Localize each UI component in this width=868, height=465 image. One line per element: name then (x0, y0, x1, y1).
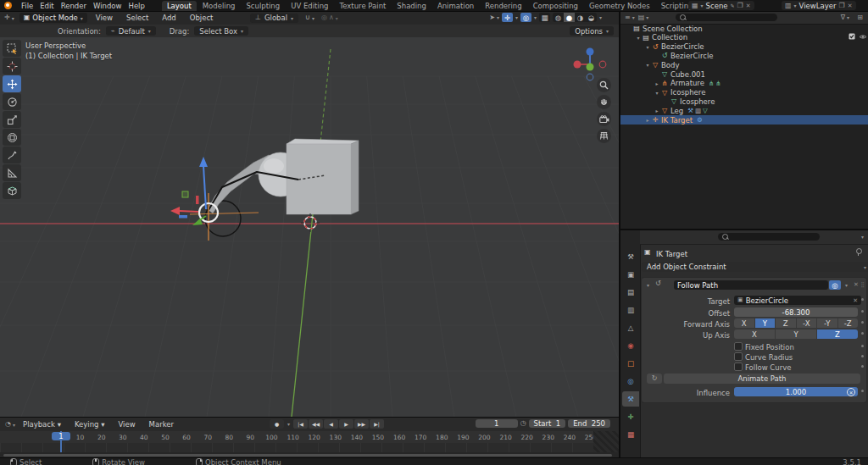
up-axis-y[interactable]: Y (776, 329, 816, 339)
end-frame-field[interactable]: End 250 (568, 419, 610, 428)
workspace-tab-texture-paint[interactable]: Texture Paint (335, 1, 392, 11)
pin-icon[interactable] (855, 248, 861, 256)
jump-end-button[interactable]: ▶| (370, 419, 384, 429)
properties-tab-world[interactable]: ◉ (622, 338, 639, 353)
clear-target-icon[interactable]: ✕ (853, 297, 858, 304)
menu-file[interactable]: File (18, 2, 36, 10)
gizmo-x-arrow[interactable] (180, 211, 198, 212)
timeline-menu-playback[interactable]: Playback ▾ (19, 420, 64, 429)
constraint-extras-dropdown[interactable]: ▾ (845, 282, 848, 288)
jump-start-button[interactable]: |◀ (293, 419, 308, 429)
gizmo-dropdown[interactable]: ▾ (515, 14, 518, 20)
outliner-row-icosphere[interactable]: ▽Icosphere (620, 97, 868, 106)
eye-icon[interactable] (859, 33, 867, 42)
workspace-tab-modeling[interactable]: Modeling (198, 1, 241, 11)
outliner-search-input[interactable] (676, 14, 777, 21)
properties-tab-tool[interactable]: ⚒ (622, 249, 639, 264)
zoom-button[interactable] (597, 78, 611, 92)
workspace-tab-compositing[interactable]: Compositing (528, 1, 583, 11)
up-axis-z[interactable]: Z (817, 329, 858, 339)
outliner-row-scene-collection[interactable]: ▤Scene Collection (620, 24, 868, 33)
timeline-scrollbar[interactable] (3, 454, 612, 457)
influence-slider[interactable]: 1.000 ✕ (734, 387, 858, 396)
transform-tool[interactable] (3, 129, 21, 146)
drag-field[interactable]: Select Box ▾ (194, 26, 248, 36)
prev-keyframe-button[interactable]: ◀◀ (309, 419, 323, 429)
forward-axis--x[interactable]: -X (797, 318, 817, 328)
forward-axis-y[interactable]: Y (755, 318, 776, 328)
measure-tool[interactable] (3, 164, 21, 181)
options-dropdown[interactable]: Options ▾ (570, 26, 614, 36)
axis-x-dot[interactable] (574, 61, 581, 69)
cursor-tool[interactable] (3, 58, 21, 75)
follow-curve-checkbox[interactable] (734, 363, 743, 371)
workspace-tab-animation[interactable]: Animation (432, 1, 479, 11)
properties-tab-render[interactable]: ▣ (622, 267, 639, 282)
constraint-name-field[interactable]: Follow Path (674, 280, 828, 290)
add-constraint-button[interactable]: Add Object Constraint ▾ (642, 262, 868, 272)
close-icon[interactable]: ✕ (746, 3, 751, 9)
shading-dropdown[interactable]: ▾ (599, 14, 602, 20)
properties-tab-texture[interactable]: ▦ (622, 427, 639, 442)
collapse-arrow-icon[interactable]: ▾ (647, 282, 649, 288)
xray-toggle[interactable]: ▦ (539, 13, 550, 22)
close-icon[interactable]: ✕ (848, 3, 853, 9)
properties-tab-object-data[interactable]: ✛ (622, 409, 639, 424)
new-viewlayer-icon[interactable]: ❐ (838, 3, 844, 9)
properties-tab-scene[interactable]: △ (622, 320, 639, 335)
delete-constraint-icon[interactable]: ✕ (854, 281, 859, 288)
outliner-row-ik-target[interactable]: ▸✛IK Target⚙ (620, 115, 868, 125)
pin-icon[interactable]: ✎ (731, 3, 735, 8)
shading-solid-icon[interactable]: ● (564, 13, 575, 22)
start-frame-field[interactable]: Start 1 (529, 419, 566, 428)
outliner-row-beziercircle[interactable]: ↺BezierCircle (620, 51, 868, 60)
timeline-channels[interactable] (0, 443, 619, 452)
timeline-ruler[interactable]: 1020304050607080901001101201301401501601… (0, 431, 619, 443)
workspace-tab-sculpting[interactable]: Sculpting (241, 1, 285, 11)
cube-side-face[interactable] (351, 141, 359, 214)
expand-arrow[interactable]: ▾ (654, 90, 660, 96)
timeline-menu-marker[interactable]: Marker (146, 420, 177, 429)
properties-tab-constraints[interactable]: ⚒ (622, 391, 639, 407)
fixed-position-checkbox[interactable] (734, 342, 743, 351)
move-tool[interactable] (3, 75, 21, 92)
clear-animation-icon[interactable]: ✕ (847, 388, 855, 396)
decorator-dot[interactable] (861, 310, 864, 313)
decorator-dot[interactable] (861, 332, 864, 335)
outliner-row-cube-001[interactable]: ▽Cube.001 (620, 69, 868, 79)
decorator-dot[interactable] (861, 298, 864, 301)
menu-window[interactable]: Window (90, 2, 125, 10)
shading-material-icon[interactable]: ◑ (575, 13, 586, 22)
proportional-edit-dropdown[interactable]: ◎ ∧▾ (321, 14, 338, 21)
outliner-row-armature[interactable]: ▸⋔Armature⋔⋔ (620, 79, 868, 88)
curve-radius-checkbox[interactable] (734, 352, 743, 361)
expand-arrow[interactable]: ▸ (644, 117, 651, 123)
gizmo-plane-xz[interactable] (196, 196, 199, 204)
outliner-row-icosphere[interactable]: ▾▽Icosphere (620, 88, 868, 97)
checkbox-icon[interactable] (849, 33, 855, 42)
up-axis-x[interactable]: X (734, 329, 775, 339)
menu-edit[interactable]: Edit (36, 2, 57, 10)
animate-path-icon-button[interactable]: ↻ (647, 374, 662, 384)
show-gizmo-toggle[interactable]: ✛ (502, 13, 513, 22)
shading-rendered-icon[interactable]: ◒ (586, 13, 597, 22)
outliner-row-collection[interactable]: ▾▤Collection (620, 33, 868, 42)
stopwatch-icon[interactable]: ◷ (520, 420, 526, 427)
select-box-tool[interactable] (3, 40, 21, 57)
outliner-filter-dropdown[interactable]: ∇▾ (841, 14, 849, 21)
snap-dropdown[interactable]: ∪▾ (305, 14, 314, 21)
viewport-menu-object[interactable]: Object (186, 14, 217, 22)
gizmo-plane-yz[interactable] (179, 215, 187, 219)
drag-handle-icon[interactable]: ⣿ (861, 281, 865, 287)
workspace-tab-uv-editing[interactable]: UV Editing (286, 1, 333, 11)
timeline-menu-view[interactable]: View (114, 420, 138, 429)
properties-tab-output[interactable]: ▤ (622, 285, 639, 300)
gizmo-plane-xy[interactable] (182, 191, 188, 197)
properties-tab-physics[interactable]: ◎ (622, 374, 639, 389)
toggle-ortho-button[interactable] (597, 129, 611, 143)
properties-options-dropdown[interactable]: ▾ (861, 234, 864, 240)
forward-axis--y[interactable]: -Y (817, 318, 837, 328)
viewport-menu-add[interactable]: Add (159, 14, 179, 22)
orientation-field[interactable]: ⌁ Default ▾ (106, 26, 156, 36)
workspace-tab-geometry-nodes[interactable]: Geometry Nodes (584, 1, 655, 11)
